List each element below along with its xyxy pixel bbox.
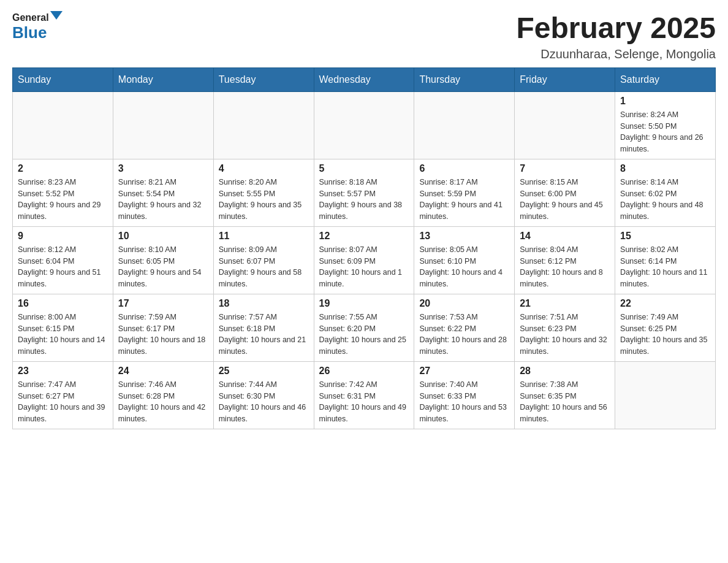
day-info: Sunrise: 7:42 AM Sunset: 6:31 PM Dayligh… [319, 379, 409, 425]
calendar-week-row: 1Sunrise: 8:24 AM Sunset: 5:50 PM Daylig… [13, 91, 716, 159]
weekday-header-thursday: Thursday [414, 67, 515, 91]
logo: General [12, 12, 63, 23]
day-info: Sunrise: 8:09 AM Sunset: 6:07 PM Dayligh… [219, 244, 309, 290]
logo-blue: Blue [12, 23, 47, 42]
day-info: Sunrise: 7:46 AM Sunset: 6:28 PM Dayligh… [118, 379, 208, 425]
calendar-cell: 13Sunrise: 8:05 AM Sunset: 6:10 PM Dayli… [414, 226, 515, 294]
day-info: Sunrise: 7:49 AM Sunset: 6:25 PM Dayligh… [620, 312, 710, 358]
day-info: Sunrise: 8:18 AM Sunset: 5:57 PM Dayligh… [319, 177, 409, 223]
day-number: 14 [520, 231, 610, 242]
day-info: Sunrise: 8:02 AM Sunset: 6:14 PM Dayligh… [620, 244, 710, 290]
calendar-cell [515, 91, 615, 159]
day-info: Sunrise: 8:12 AM Sunset: 6:04 PM Dayligh… [18, 244, 108, 290]
calendar-cell: 16Sunrise: 8:00 AM Sunset: 6:15 PM Dayli… [13, 294, 113, 361]
calendar-cell: 12Sunrise: 8:07 AM Sunset: 6:09 PM Dayli… [314, 226, 414, 294]
day-info: Sunrise: 8:23 AM Sunset: 5:52 PM Dayligh… [18, 177, 108, 223]
day-number: 12 [319, 231, 409, 242]
logo-general: General [12, 12, 49, 23]
day-number: 19 [319, 298, 409, 309]
day-info: Sunrise: 7:47 AM Sunset: 6:27 PM Dayligh… [18, 379, 108, 425]
calendar-cell [414, 91, 515, 159]
calendar-week-row: 9Sunrise: 8:12 AM Sunset: 6:04 PM Daylig… [13, 226, 716, 294]
day-info: Sunrise: 8:21 AM Sunset: 5:54 PM Dayligh… [118, 177, 208, 223]
day-number: 4 [219, 163, 309, 174]
day-info: Sunrise: 8:10 AM Sunset: 6:05 PM Dayligh… [118, 244, 208, 290]
weekday-header-monday: Monday [113, 67, 213, 91]
day-info: Sunrise: 7:53 AM Sunset: 6:22 PM Dayligh… [419, 312, 509, 358]
day-number: 7 [520, 163, 610, 174]
calendar-cell: 2Sunrise: 8:23 AM Sunset: 5:52 PM Daylig… [13, 159, 113, 226]
day-number: 27 [419, 366, 509, 377]
day-info: Sunrise: 7:44 AM Sunset: 6:30 PM Dayligh… [219, 379, 309, 425]
day-number: 16 [18, 298, 108, 309]
logo-area: General Blue [12, 12, 63, 42]
day-number: 5 [319, 163, 409, 174]
day-number: 8 [620, 163, 710, 174]
day-info: Sunrise: 7:38 AM Sunset: 6:35 PM Dayligh… [520, 379, 610, 425]
day-number: 6 [419, 163, 509, 174]
day-number: 24 [118, 366, 208, 377]
location-title: Dzuunharaa, Selenge, Mongolia [516, 47, 716, 61]
calendar-cell: 3Sunrise: 8:21 AM Sunset: 5:54 PM Daylig… [113, 159, 213, 226]
day-info: Sunrise: 8:07 AM Sunset: 6:09 PM Dayligh… [319, 244, 409, 290]
day-info: Sunrise: 7:51 AM Sunset: 6:23 PM Dayligh… [520, 312, 610, 358]
day-info: Sunrise: 7:59 AM Sunset: 6:17 PM Dayligh… [118, 312, 208, 358]
day-number: 3 [118, 163, 208, 174]
day-number: 9 [18, 231, 108, 242]
calendar-cell: 20Sunrise: 7:53 AM Sunset: 6:22 PM Dayli… [414, 294, 515, 361]
day-info: Sunrise: 8:20 AM Sunset: 5:55 PM Dayligh… [219, 177, 309, 223]
day-number: 28 [520, 366, 610, 377]
calendar-week-row: 23Sunrise: 7:47 AM Sunset: 6:27 PM Dayli… [13, 361, 716, 429]
calendar-cell: 10Sunrise: 8:10 AM Sunset: 6:05 PM Dayli… [113, 226, 213, 294]
calendar-week-row: 16Sunrise: 8:00 AM Sunset: 6:15 PM Dayli… [13, 294, 716, 361]
calendar-cell: 15Sunrise: 8:02 AM Sunset: 6:14 PM Dayli… [615, 226, 716, 294]
calendar-cell: 27Sunrise: 7:40 AM Sunset: 6:33 PM Dayli… [414, 361, 515, 429]
day-number: 18 [219, 298, 309, 309]
day-info: Sunrise: 8:05 AM Sunset: 6:10 PM Dayligh… [419, 244, 509, 290]
day-number: 2 [18, 163, 108, 174]
day-number: 25 [219, 366, 309, 377]
day-number: 21 [520, 298, 610, 309]
weekday-header-friday: Friday [515, 67, 615, 91]
day-number: 13 [419, 231, 509, 242]
day-number: 1 [620, 96, 710, 107]
calendar-cell: 26Sunrise: 7:42 AM Sunset: 6:31 PM Dayli… [314, 361, 414, 429]
title-area: February 2025 Dzuunharaa, Selenge, Mongo… [516, 12, 716, 61]
calendar-cell [13, 91, 113, 159]
day-number: 20 [419, 298, 509, 309]
calendar-cell [615, 361, 716, 429]
weekday-header-sunday: Sunday [13, 67, 113, 91]
day-info: Sunrise: 8:15 AM Sunset: 6:00 PM Dayligh… [520, 177, 610, 223]
day-info: Sunrise: 8:24 AM Sunset: 5:50 PM Dayligh… [620, 109, 710, 155]
calendar-cell: 24Sunrise: 7:46 AM Sunset: 6:28 PM Dayli… [113, 361, 213, 429]
calendar-cell: 9Sunrise: 8:12 AM Sunset: 6:04 PM Daylig… [13, 226, 113, 294]
day-number: 26 [319, 366, 409, 377]
calendar-cell: 5Sunrise: 8:18 AM Sunset: 5:57 PM Daylig… [314, 159, 414, 226]
day-number: 22 [620, 298, 710, 309]
day-info: Sunrise: 7:40 AM Sunset: 6:33 PM Dayligh… [419, 379, 509, 425]
calendar-cell: 23Sunrise: 7:47 AM Sunset: 6:27 PM Dayli… [13, 361, 113, 429]
day-number: 15 [620, 231, 710, 242]
calendar-cell: 18Sunrise: 7:57 AM Sunset: 6:18 PM Dayli… [213, 294, 314, 361]
weekday-header-wednesday: Wednesday [314, 67, 414, 91]
calendar-cell: 1Sunrise: 8:24 AM Sunset: 5:50 PM Daylig… [615, 91, 716, 159]
calendar-cell: 21Sunrise: 7:51 AM Sunset: 6:23 PM Dayli… [515, 294, 615, 361]
calendar-cell: 17Sunrise: 7:59 AM Sunset: 6:17 PM Dayli… [113, 294, 213, 361]
day-number: 23 [18, 366, 108, 377]
day-number: 11 [219, 231, 309, 242]
day-info: Sunrise: 8:17 AM Sunset: 5:59 PM Dayligh… [419, 177, 509, 223]
month-title: February 2025 [516, 12, 716, 45]
logo-triangle-icon [50, 11, 63, 20]
calendar-cell: 25Sunrise: 7:44 AM Sunset: 6:30 PM Dayli… [213, 361, 314, 429]
calendar-week-row: 2Sunrise: 8:23 AM Sunset: 5:52 PM Daylig… [13, 159, 716, 226]
calendar-cell [314, 91, 414, 159]
day-info: Sunrise: 8:14 AM Sunset: 6:02 PM Dayligh… [620, 177, 710, 223]
calendar-cell: 19Sunrise: 7:55 AM Sunset: 6:20 PM Dayli… [314, 294, 414, 361]
day-info: Sunrise: 7:55 AM Sunset: 6:20 PM Dayligh… [319, 312, 409, 358]
page-header: General Blue February 2025 Dzuunharaa, S… [12, 12, 716, 61]
day-number: 10 [118, 231, 208, 242]
calendar-cell: 6Sunrise: 8:17 AM Sunset: 5:59 PM Daylig… [414, 159, 515, 226]
day-info: Sunrise: 8:04 AM Sunset: 6:12 PM Dayligh… [520, 244, 610, 290]
calendar-cell: 22Sunrise: 7:49 AM Sunset: 6:25 PM Dayli… [615, 294, 716, 361]
day-number: 17 [118, 298, 208, 309]
